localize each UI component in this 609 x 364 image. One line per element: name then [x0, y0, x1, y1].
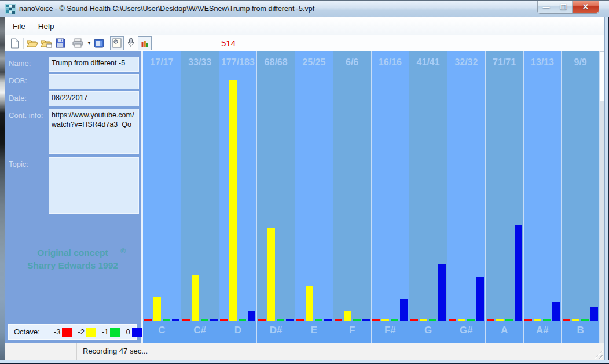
note-label: D#: [257, 321, 295, 343]
bar-octave-2: [344, 311, 351, 321]
octave-slot: [515, 225, 522, 321]
note-label: A: [486, 321, 523, 343]
report-button[interactable]: [110, 36, 124, 50]
octave-slot: [153, 297, 161, 321]
topic-label: Topic:: [9, 160, 28, 168]
chart-column-a: 71/71A: [486, 51, 524, 343]
column-header: 17/17: [143, 51, 181, 72]
app-icon: [5, 4, 16, 14]
window-left-border: [0, 17, 5, 360]
bar-octave0: [552, 302, 560, 321]
octave-legend-title: Octave:: [14, 328, 40, 336]
octave-legend: Octave: -3-2-10: [8, 324, 137, 340]
bar-octave0: [400, 299, 408, 321]
microphone-button[interactable]: [124, 36, 138, 50]
window-right-border: [604, 17, 609, 360]
legend-swatch: [110, 328, 120, 337]
legend-swatch: [132, 328, 142, 337]
bar-octave-2: [306, 286, 313, 321]
window-bottom-border: [0, 360, 609, 364]
close-button[interactable]: ✕: [573, 1, 599, 13]
legend-swatch: [86, 328, 96, 337]
print-button[interactable]: [71, 36, 85, 50]
window-controls: — ❒ ✕: [537, 1, 599, 14]
display-panel-button[interactable]: [92, 36, 106, 50]
column-body: [181, 72, 219, 321]
column-header: 33/33: [181, 51, 219, 72]
credit-text: Original concept© Sharry Edwards 1992: [5, 247, 141, 273]
legend-label: -3: [54, 328, 61, 336]
new-document-icon: [10, 38, 19, 49]
sidebar: Name: Trump from different -5 DOB: Date:…: [5, 51, 143, 343]
window-title: nanoVoice - © Sound Health C:\Users\User…: [19, 5, 314, 13]
display-panel-icon: [94, 39, 104, 48]
minimize-button[interactable]: —: [538, 1, 555, 13]
chart-view-button[interactable]: [138, 36, 152, 50]
legend-swatch: [62, 328, 72, 337]
note-label: G: [409, 321, 447, 343]
credit-line1: Original concept: [37, 248, 108, 258]
legend-label: -1: [102, 328, 109, 336]
column-header: 68/68: [257, 51, 295, 72]
dob-field[interactable]: [49, 74, 139, 89]
vertical-scrollbar[interactable]: [600, 51, 604, 343]
toolbar-separator: [108, 38, 108, 49]
save-icon: [56, 38, 65, 48]
credit-line2: Sharry Edwards 1992: [27, 260, 118, 270]
open-special-button[interactable]: [39, 36, 53, 50]
note-label: F#: [372, 321, 409, 343]
note-label: A#: [524, 321, 562, 343]
column-body: [486, 72, 523, 321]
date-field[interactable]: 08/22/2017: [49, 91, 139, 106]
menu-help[interactable]: Help: [38, 22, 54, 31]
open-folder-icon: [27, 39, 38, 48]
menu-file[interactable]: File: [13, 22, 25, 31]
print-dropdown-button[interactable]: ▼: [85, 36, 92, 50]
bar-octave0: [476, 277, 484, 321]
column-body: [257, 72, 295, 321]
resize-grip[interactable]: [595, 350, 603, 359]
main-area: Name: Trump from different -5 DOB: Date:…: [5, 51, 604, 343]
octave-slot: [590, 307, 598, 321]
bar-octave0: [515, 225, 522, 321]
chart-column-c: 17/17C: [143, 51, 181, 343]
bar-octave-2: [229, 80, 237, 321]
open-button[interactable]: [25, 36, 39, 50]
octave-slot: [438, 264, 446, 321]
topic-field[interactable]: [49, 157, 139, 214]
name-label: Name:: [9, 59, 31, 68]
new-document-button[interactable]: [8, 36, 21, 50]
dob-label: DOB:: [9, 76, 27, 85]
print-icon: [72, 38, 84, 48]
note-label: B: [562, 321, 599, 343]
bar-octave-2: [153, 297, 161, 321]
column-body: [524, 72, 562, 321]
legend-label: 0: [126, 328, 130, 336]
column-header: 6/6: [333, 51, 371, 72]
octave-slot: [344, 311, 351, 321]
status-panel-message: Recording 47 sec...: [77, 343, 604, 360]
note-label: C#: [181, 321, 219, 343]
bar-chart-icon: [141, 39, 149, 47]
bar-octave-2: [267, 228, 275, 321]
date-label: Date:: [9, 94, 27, 102]
chart-column-b: 9/9B: [562, 51, 600, 343]
octave-slot: [229, 80, 237, 321]
maximize-button[interactable]: ❒: [555, 1, 573, 13]
name-field[interactable]: Trump from different -5: [49, 57, 139, 72]
save-button[interactable]: [53, 36, 67, 50]
column-body: [219, 72, 257, 321]
column-body: [447, 72, 485, 321]
note-label: C: [143, 321, 181, 343]
chart-column-fsharp: 16/16F#: [372, 51, 410, 343]
report-icon: [112, 38, 122, 48]
column-header: 177/183: [219, 51, 257, 72]
contact-info-field[interactable]: https://www.youtube.com/watch?v=HSR4d7a3…: [49, 109, 139, 154]
frequency-counter: 514: [221, 38, 236, 48]
chart-column-f: 6/6F: [333, 51, 372, 343]
scrollbar-thumb[interactable]: [600, 51, 604, 101]
legend-label: -2: [78, 328, 85, 336]
column-header: 13/13: [524, 51, 562, 72]
column-header: 25/25: [295, 51, 333, 72]
octave-slot: [248, 311, 255, 321]
